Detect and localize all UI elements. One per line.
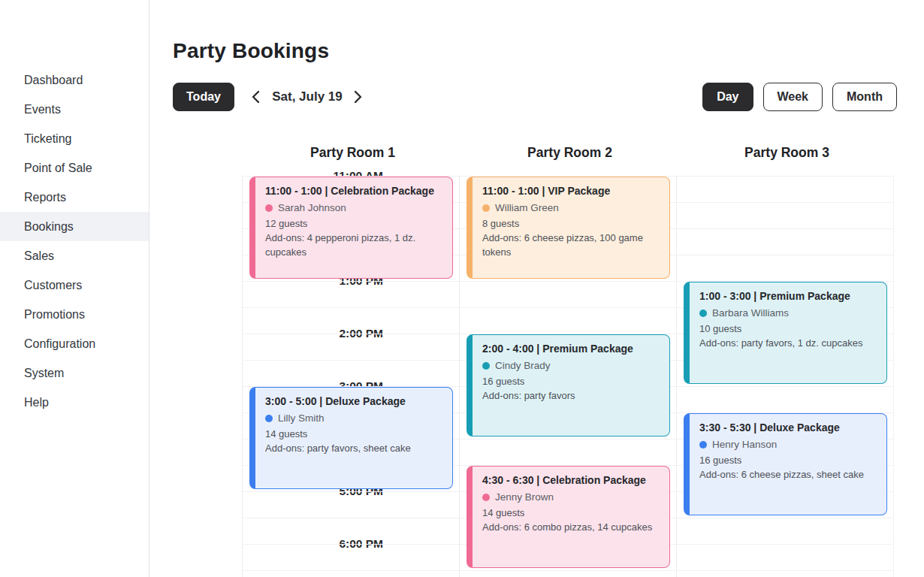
event-title: 3:30 - 5:30 | Deluxe Package bbox=[699, 421, 877, 434]
chevron-right-icon bbox=[354, 90, 363, 104]
page-title: Party Bookings bbox=[173, 39, 329, 63]
current-date-label: Sat, July 19 bbox=[266, 83, 349, 111]
event-title: 1:00 - 3:00 | Premium Package bbox=[699, 290, 877, 302]
event-card-premium-barbara-williams[interactable]: 1:00 - 3:00 | Premium Package Barbara Wi… bbox=[684, 282, 887, 384]
view-month-button[interactable]: Month bbox=[832, 83, 897, 111]
sidebar-item-promotions[interactable]: Promotions bbox=[0, 300, 149, 329]
event-card-deluxe-henry-hanson[interactable]: 3:30 - 5:30 | Deluxe Package Henry Hanso… bbox=[684, 413, 887, 515]
sidebar-item-system[interactable]: System bbox=[0, 358, 149, 388]
sidebar-item-bookings[interactable]: Bookings bbox=[0, 212, 149, 241]
event-guest-count: 8 guests bbox=[482, 217, 660, 231]
sidebar-item-point-of-sale[interactable]: Point of Sale bbox=[0, 153, 149, 183]
event-guest-count: 16 guests bbox=[699, 454, 877, 468]
event-guest-count: 12 guests bbox=[265, 217, 443, 231]
event-card-premium-cindy-brady[interactable]: 2:00 - 4:00 | Premium Package Cindy Brad… bbox=[467, 334, 670, 437]
sidebar-item-dashboard[interactable]: Dashboard bbox=[0, 65, 149, 95]
today-button[interactable]: Today bbox=[173, 83, 234, 111]
event-addons: Add-ons: 6 cheese pizzas, 100 game token… bbox=[482, 231, 660, 260]
event-addons: Add-ons: 4 pepperoni pizzas, 1 dz. cupca… bbox=[265, 231, 443, 260]
chevron-left-icon bbox=[251, 90, 260, 104]
calendar-toolbar: Today Sat, July 19 Day Week Month bbox=[150, 83, 924, 111]
event-status-dot-icon bbox=[265, 415, 273, 422]
event-addons: Add-ons: party favors, sheet cake bbox=[265, 442, 443, 456]
room-header-1: Party Room 1 bbox=[244, 145, 461, 161]
event-status-dot-icon bbox=[482, 362, 490, 370]
event-guest-count: 10 guests bbox=[699, 322, 877, 337]
event-title: 4:30 - 6:30 | Celebration Package bbox=[482, 474, 660, 486]
view-switcher: Day Week Month bbox=[702, 83, 897, 111]
event-status-dot-icon bbox=[699, 310, 707, 317]
event-card-celebration-jenny-brown[interactable]: 4:30 - 6:30 | Celebration Package Jenny … bbox=[467, 466, 670, 568]
main-content: Party Bookings Today Sat, July 19 Day We… bbox=[150, 0, 924, 577]
view-day-button[interactable]: Day bbox=[702, 83, 753, 111]
event-guest-count: 14 guests bbox=[265, 427, 443, 442]
event-card-deluxe-lilly-smith[interactable]: 3:00 - 5:00 | Deluxe Package Lilly Smith… bbox=[249, 387, 453, 489]
sidebar-item-events[interactable]: Events bbox=[0, 95, 149, 124]
view-week-button[interactable]: Week bbox=[763, 83, 823, 111]
event-title: 3:00 - 5:00 | Deluxe Package bbox=[265, 395, 443, 407]
event-guest-count: 14 guests bbox=[482, 506, 660, 521]
room-header-3: Party Room 3 bbox=[678, 145, 895, 161]
event-status-dot-icon bbox=[482, 204, 490, 212]
event-status-dot-icon bbox=[265, 204, 273, 212]
event-status-dot-icon bbox=[482, 494, 490, 501]
previous-day-button[interactable] bbox=[245, 83, 266, 111]
event-addons: Add-ons: party favors bbox=[482, 389, 660, 403]
event-guest-count: 16 guests bbox=[482, 375, 660, 389]
sidebar: Dashboard Events Ticketing Point of Sale… bbox=[0, 0, 149, 577]
event-addons: Add-ons: 6 combo pizzas, 14 cupcakes bbox=[482, 521, 660, 535]
event-host-name: Jenny Brown bbox=[495, 491, 554, 503]
event-host-name: Lilly Smith bbox=[278, 412, 325, 424]
event-card-vip-william-green[interactable]: 11:00 - 1:00 | VIP Package William Green… bbox=[467, 177, 670, 279]
event-title: 2:00 - 4:00 | Premium Package bbox=[482, 343, 660, 355]
sidebar-item-reports[interactable]: Reports bbox=[0, 183, 149, 212]
sidebar-item-help[interactable]: Help bbox=[0, 388, 149, 417]
event-addons: Add-ons: 6 cheese pizzas, sheet cake bbox=[699, 468, 877, 482]
event-host-name: William Green bbox=[495, 202, 559, 213]
sidebar-item-configuration[interactable]: Configuration bbox=[0, 329, 149, 358]
calendar-grid: 11:00 - 1:00 | Celebration Package Sarah… bbox=[242, 176, 894, 577]
sidebar-item-sales[interactable]: Sales bbox=[0, 241, 149, 270]
event-status-dot-icon bbox=[699, 441, 707, 449]
sidebar-nav-list: Dashboard Events Ticketing Point of Sale… bbox=[0, 65, 149, 417]
event-card-celebration-sarah-johnson[interactable]: 11:00 - 1:00 | Celebration Package Sarah… bbox=[249, 177, 453, 279]
event-host-name: Cindy Brady bbox=[495, 360, 551, 371]
next-day-button[interactable] bbox=[348, 83, 369, 111]
event-host-name: Sarah Johnson bbox=[278, 202, 346, 213]
sidebar-item-customers[interactable]: Customers bbox=[0, 270, 149, 300]
sidebar-item-ticketing[interactable]: Ticketing bbox=[0, 124, 149, 153]
event-title: 11:00 - 1:00 | VIP Package bbox=[482, 185, 660, 197]
room-header-2: Party Room 2 bbox=[461, 145, 678, 161]
event-addons: Add-ons: party favors, 1 dz. cupcakes bbox=[699, 337, 877, 351]
event-host-name: Barbara Williams bbox=[712, 307, 789, 319]
event-host-name: Henry Hanson bbox=[712, 439, 777, 450]
event-title: 11:00 - 1:00 | Celebration Package bbox=[265, 185, 443, 197]
